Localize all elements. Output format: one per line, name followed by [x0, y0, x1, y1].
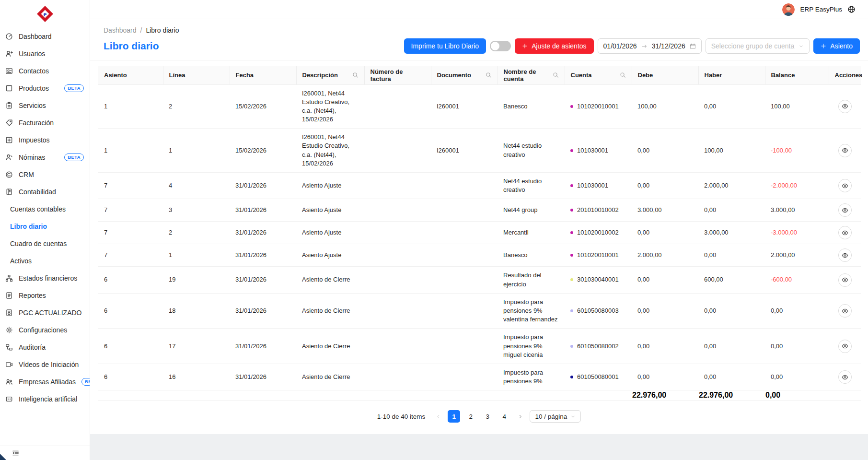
sidebar-item-impuestos[interactable]: Impuestos — [0, 131, 90, 149]
sidebar-item-contactos[interactable]: Contactos — [0, 62, 90, 80]
page-title: Libro diario — [104, 40, 159, 52]
cell-linea: 18 — [163, 293, 230, 329]
account-code: 601050080002 — [577, 342, 619, 350]
cell-linea: 3 — [163, 199, 230, 222]
account-code: 201010010002 — [577, 206, 619, 213]
page-size-select[interactable]: 10 / página — [530, 410, 581, 423]
view-entry-button[interactable] — [838, 179, 852, 192]
column-header-fecha: Fecha — [230, 66, 296, 84]
collapse-sidebar-icon[interactable] — [12, 449, 19, 457]
search-icon[interactable] — [620, 72, 626, 78]
account-code: 101030001 — [577, 147, 608, 154]
column-header-linea: Línea — [163, 66, 230, 84]
pagination-page-3[interactable]: 3 — [481, 410, 494, 423]
sidebar-subitem-cuadro-de-cuentas[interactable]: Cuadro de cuentas — [0, 235, 90, 252]
cell-documento — [431, 329, 498, 364]
table-row: 7231/01/2026Asiento AjusteMercantil10102… — [98, 222, 861, 244]
view-entry-button[interactable] — [838, 226, 852, 239]
table-row: 7131/01/2026Asiento AjusteBanesco1010200… — [98, 244, 861, 267]
column-header-documento: Documento — [431, 66, 498, 84]
search-icon[interactable] — [486, 72, 492, 78]
sidebar-subitem-libro-diario[interactable]: Libro diario — [0, 218, 90, 235]
view-entry-button[interactable] — [838, 304, 852, 318]
date-end-field[interactable]: 31/12/2026 — [652, 42, 685, 50]
sidebar-item-usuarios[interactable]: Usuarios — [0, 45, 90, 62]
app-logo[interactable]: e — [0, 0, 90, 28]
sidebar-subitem-cuentas-contables[interactable]: Cuentas contables — [0, 201, 90, 218]
cell-debe: 0,00 — [632, 329, 698, 364]
sidebar-subitem-activos[interactable]: Activos — [0, 252, 90, 270]
cell-fecha: 15/02/2026 — [230, 84, 296, 129]
account-code: 101020010001 — [577, 103, 619, 110]
cell-documento — [431, 222, 498, 244]
cell-cuenta: 101020010001 — [565, 244, 632, 267]
pagination-page-4[interactable]: 4 — [498, 410, 510, 423]
view-entry-button[interactable] — [838, 370, 852, 384]
cell-nombre-cuenta: Net44 group — [498, 199, 565, 222]
chevron-right-icon — [518, 414, 523, 419]
pagination-page-2[interactable]: 2 — [464, 410, 477, 423]
sidebar-item-productos[interactable]: ProductosBETA — [0, 80, 90, 97]
view-entry-button[interactable] — [838, 100, 852, 113]
app-window: e DashboardUsuariosContactosProductosBET… — [0, 0, 868, 460]
cell-documento — [431, 173, 498, 199]
pagination-next-button[interactable] — [515, 410, 525, 423]
view-entry-button[interactable] — [838, 248, 852, 262]
sidebar-item-empresas-afiliadas[interactable]: Empresas AfiliadasBETA — [0, 373, 90, 390]
view-entry-button[interactable] — [838, 203, 852, 217]
sidebar-item-inteligencia-artificial[interactable]: Inteligencia artificial — [0, 390, 90, 408]
globe-icon[interactable] — [847, 5, 856, 13]
account-group-select[interactable]: Seleccione grupo de cuenta — [706, 38, 810, 54]
journal-toggle[interactable] — [490, 41, 511, 51]
sidebar-item-crm[interactable]: CRM — [0, 166, 90, 183]
column-header-nombre-de-cuenta: Nombre de cuenta — [498, 66, 565, 84]
sidebar-item-pgc-actualizado[interactable]: PGC ACTUALIZADO — [0, 304, 90, 321]
table-header: AsientoLíneaFechaDescripciónNúmero de fa… — [98, 66, 861, 84]
breadcrumb-separator: / — [140, 26, 142, 34]
eye-icon — [842, 103, 848, 110]
pagination-prev-button[interactable] — [433, 410, 443, 423]
cell-descripcion: Asiento Ajuste — [296, 199, 364, 222]
cell-cuenta: 601050080001 — [565, 364, 632, 390]
sidebar-item-label: Estados financieros — [19, 274, 77, 282]
add-entry-button[interactable]: Asiento — [813, 38, 860, 54]
sidebar-item-dashboard[interactable]: Dashboard — [0, 28, 90, 45]
view-entry-button[interactable] — [838, 340, 852, 353]
cell-asiento: 6 — [98, 364, 163, 390]
cell-nombre-cuenta: Net44 estudio creativo — [498, 129, 565, 173]
cell-debe: 3.000,00 — [632, 199, 698, 222]
sidebar-item-facturacion[interactable]: Facturación — [0, 114, 90, 131]
adjust-entries-button[interactable]: Ajuste de asientos — [515, 38, 593, 54]
view-entry-button[interactable] — [838, 273, 852, 287]
sidebar-item-estados-financieros[interactable]: Estados financieros — [0, 270, 90, 287]
sidebar-item-auditoria[interactable]: Auditoría — [0, 339, 90, 356]
account-color-dot — [570, 209, 573, 212]
cell-asiento: 6 — [98, 267, 163, 293]
sidebar-item-reportes[interactable]: Reportes — [0, 287, 90, 304]
cell-acciones — [829, 173, 861, 199]
sidebar-item-configuraciones[interactable]: Configuraciones — [0, 321, 90, 339]
breadcrumb-dashboard[interactable]: Dashboard — [104, 26, 137, 34]
print-journal-button[interactable]: Imprime tu Libro Diario — [404, 38, 486, 54]
date-range-picker[interactable]: 01/01/2026 31/12/2026 — [598, 38, 702, 54]
ai-robot-icon — [5, 395, 13, 403]
sidebar-item-nominas[interactable]: NóminasBETA — [0, 149, 90, 166]
summary-row: 22.976,00 22.976,00 0,00 — [98, 390, 861, 401]
cell-descripcion: Asiento de Cierre — [296, 267, 364, 293]
cell-acciones — [829, 129, 861, 173]
search-icon[interactable] — [553, 72, 559, 78]
crm-icon — [5, 171, 13, 178]
view-entry-button[interactable] — [838, 144, 852, 157]
sidebar-item-videos-de-iniciacion[interactable]: Vídeos de Iniciación — [0, 356, 90, 373]
account-color-dot — [570, 309, 573, 312]
logo-diamond-icon: e — [37, 6, 53, 22]
date-start-field[interactable]: 01/01/2026 — [603, 42, 637, 50]
user-name[interactable]: ERP EasyPlus — [800, 6, 842, 13]
user-avatar[interactable] — [782, 3, 795, 16]
column-header-acciones: Acciones — [829, 66, 861, 84]
cell-acciones — [829, 329, 861, 364]
search-icon[interactable] — [352, 72, 359, 78]
sidebar-item-servicios[interactable]: Servicios — [0, 97, 90, 114]
pagination-page-1[interactable]: 1 — [448, 410, 460, 423]
sidebar-item-contabilidad[interactable]: Contabilidad — [0, 183, 90, 201]
